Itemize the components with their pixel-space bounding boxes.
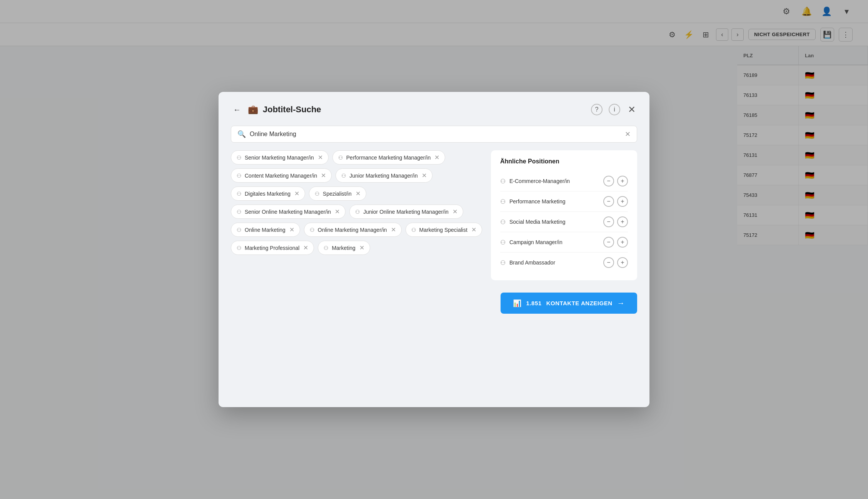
tag-label: Content Marketing Manager/in — [245, 173, 317, 179]
remove-similar-button[interactable]: − — [603, 237, 614, 248]
tag-label: Digitales Marketing — [245, 191, 290, 197]
tag-label: Senior Online Marketing Manager/in — [245, 209, 331, 215]
briefcase-icon: 💼 — [248, 105, 258, 115]
tag-remove-icon[interactable]: ✕ — [422, 172, 427, 179]
similar-item-campaign-manager: ⚇ Campaign Manager/in − + — [500, 232, 628, 253]
show-contacts-button[interactable]: 📊 1.851 KONTAKTE ANZEIGEN → — [501, 293, 637, 314]
tag-label: Junior Marketing Manager/in — [349, 173, 417, 179]
search-clear-icon[interactable]: ✕ — [625, 130, 631, 138]
tag-remove-icon[interactable]: ✕ — [303, 244, 308, 251]
tag-icon: ⚇ — [411, 227, 416, 233]
similar-item-actions: − + — [603, 257, 628, 268]
tag-senior-marketing-manager[interactable]: ⚇ Senior Marketing Manager/in ✕ — [231, 150, 329, 165]
tag-junior-marketing-manager[interactable]: ⚇ Junior Marketing Manager/in ✕ — [336, 168, 432, 183]
cta-count: 1.851 — [526, 300, 542, 306]
tag-marketing-specialist[interactable]: ⚇ Marketing Specialist ✕ — [406, 223, 482, 237]
similar-positions-title: Ähnliche Positionen — [500, 158, 628, 165]
tag-label: Marketing Professional — [245, 245, 299, 251]
tag-label: Senior Marketing Manager/in — [245, 155, 314, 161]
modal-title: Jobtitel-Suche — [263, 105, 586, 115]
tag-label: Online Marketing Manager/in — [318, 227, 387, 233]
tag-label: Marketing — [332, 245, 355, 251]
tag-remove-icon[interactable]: ✕ — [471, 226, 476, 233]
similar-item-performance-marketing: ⚇ Performance Marketing − + — [500, 191, 628, 212]
tag-marketing[interactable]: ⚇ Marketing ✕ — [318, 241, 370, 255]
back-button[interactable]: ← — [231, 103, 243, 116]
similar-item-icon: ⚇ — [500, 259, 506, 266]
tag-content-marketing-manager[interactable]: ⚇ Content Marketing Manager/in ✕ — [231, 168, 332, 183]
remove-similar-button[interactable]: − — [603, 216, 614, 227]
similar-item-label: Brand Ambassador — [509, 259, 599, 266]
similar-item-label: Campaign Manager/in — [509, 239, 599, 245]
tag-icon: ⚇ — [341, 173, 346, 179]
add-similar-button[interactable]: + — [617, 196, 628, 207]
add-similar-button[interactable]: + — [617, 216, 628, 227]
similar-item-icon: ⚇ — [500, 218, 506, 226]
tag-icon: ⚇ — [324, 245, 329, 251]
tag-digitales-marketing[interactable]: ⚇ Digitales Marketing ✕ — [231, 186, 305, 201]
tag-remove-icon[interactable]: ✕ — [335, 208, 340, 215]
tag-online-marketing-manager[interactable]: ⚇ Online Marketing Manager/in ✕ — [304, 223, 402, 237]
modal-body: ⚇ Senior Marketing Manager/in ✕ ⚇ Perfor… — [231, 150, 637, 280]
similar-item-label: E-Commerce-Manager/in — [509, 178, 599, 184]
tag-remove-icon[interactable]: ✕ — [356, 190, 361, 197]
similar-item-label: Performance Marketing — [509, 198, 599, 205]
tag-senior-online-marketing-manager[interactable]: ⚇ Senior Online Marketing Manager/in ✕ — [231, 205, 346, 219]
help-icon[interactable]: ? — [591, 104, 603, 115]
similar-item-icon: ⚇ — [500, 198, 506, 205]
tag-icon: ⚇ — [237, 245, 242, 251]
similar-positions-panel: Ähnliche Positionen ⚇ E-Commerce-Manager… — [491, 150, 637, 280]
remove-similar-button[interactable]: − — [603, 196, 614, 207]
tags-grid: ⚇ Senior Marketing Manager/in ✕ ⚇ Perfor… — [231, 150, 483, 255]
search-input[interactable] — [250, 131, 621, 138]
modal-header: ← 💼 Jobtitel-Suche ? i ✕ — [231, 103, 637, 116]
similar-item-icon: ⚇ — [500, 178, 506, 185]
tag-spezialist[interactable]: ⚇ Spezialist/in ✕ — [309, 186, 366, 201]
tags-panel: ⚇ Senior Marketing Manager/in ✕ ⚇ Perfor… — [231, 150, 483, 280]
tag-label: Performance Marketing Manager/in — [346, 155, 431, 161]
tag-icon: ⚇ — [315, 191, 320, 197]
tag-icon: ⚇ — [237, 173, 242, 179]
tag-remove-icon[interactable]: ✕ — [294, 190, 299, 197]
cta-label: KONTAKTE ANZEIGEN — [546, 300, 613, 306]
info-icon[interactable]: i — [609, 104, 620, 115]
tag-label: Marketing Specialist — [419, 227, 467, 233]
similar-item-icon: ⚇ — [500, 239, 506, 246]
tag-marketing-professional[interactable]: ⚇ Marketing Professional ✕ — [231, 241, 314, 255]
modal-header-actions: ? i ✕ — [591, 103, 637, 116]
tag-remove-icon[interactable]: ✕ — [391, 226, 396, 233]
similar-item-brand-ambassador: ⚇ Brand Ambassador − + — [500, 253, 628, 273]
tag-remove-icon[interactable]: ✕ — [452, 208, 457, 215]
tag-icon: ⚇ — [338, 155, 343, 161]
similar-item-actions: − + — [603, 216, 628, 227]
add-similar-button[interactable]: + — [617, 176, 628, 186]
similar-item-actions: − + — [603, 237, 628, 248]
add-similar-button[interactable]: + — [617, 237, 628, 248]
similar-item-label: Social Media Marketing — [509, 219, 599, 225]
tag-remove-icon[interactable]: ✕ — [289, 226, 294, 233]
modal: ← 💼 Jobtitel-Suche ? i ✕ 🔍 ✕ ⚇ Senior Ma… — [219, 92, 649, 407]
tag-icon: ⚇ — [237, 209, 242, 215]
remove-similar-button[interactable]: − — [603, 176, 614, 186]
tag-remove-icon[interactable]: ✕ — [434, 154, 439, 161]
remove-similar-button[interactable]: − — [603, 257, 614, 268]
similar-item-actions: − + — [603, 176, 628, 186]
tag-online-marketing[interactable]: ⚇ Online Marketing ✕ — [231, 223, 300, 237]
similar-item-actions: − + — [603, 196, 628, 207]
add-similar-button[interactable]: + — [617, 257, 628, 268]
tag-label: Spezialist/in — [323, 191, 352, 197]
tag-label: Junior Online Marketing Manager/in — [363, 209, 449, 215]
search-icon: 🔍 — [237, 130, 246, 138]
tag-performance-marketing-manager[interactable]: ⚇ Performance Marketing Manager/in ✕ — [332, 150, 445, 165]
tag-remove-icon[interactable]: ✕ — [321, 172, 326, 179]
tag-icon: ⚇ — [237, 191, 242, 197]
tag-icon: ⚇ — [237, 227, 242, 233]
chart-icon: 📊 — [513, 299, 522, 308]
tag-icon: ⚇ — [355, 209, 360, 215]
tag-remove-icon[interactable]: ✕ — [359, 244, 364, 251]
tag-junior-online-marketing-manager[interactable]: ⚇ Junior Online Marketing Manager/in ✕ — [349, 205, 463, 219]
tag-remove-icon[interactable]: ✕ — [318, 154, 323, 161]
close-button[interactable]: ✕ — [626, 103, 637, 116]
arrow-icon: → — [617, 299, 625, 308]
similar-item-social-media: ⚇ Social Media Marketing − + — [500, 212, 628, 232]
